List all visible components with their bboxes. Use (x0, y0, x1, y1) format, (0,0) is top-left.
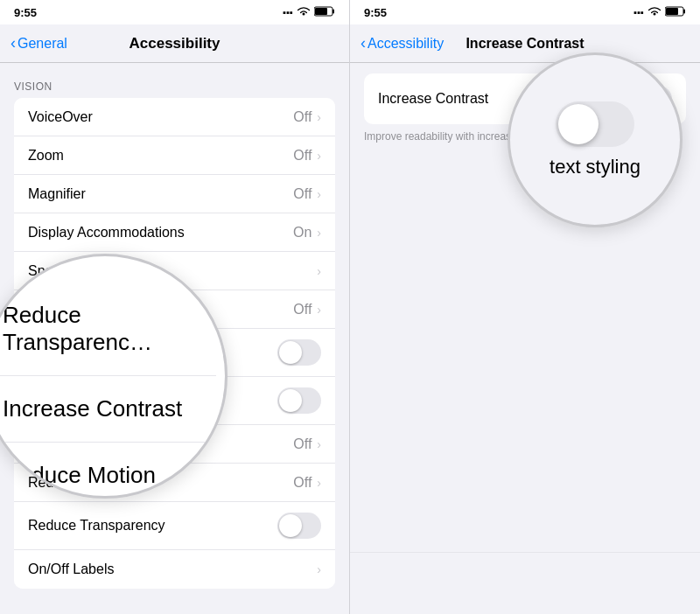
mag-reduce-transparency-text: Reduce Transparenc… (3, 302, 152, 355)
time-left: 9:55 (14, 6, 37, 19)
reduce-transparency-toggle-thumb (279, 514, 302, 537)
reduce-motion-chevron: › (317, 476, 321, 490)
display-accommodations-value: On (293, 225, 312, 241)
on-off-labels-chevron: › (317, 562, 321, 576)
zoom-value: Off (293, 148, 312, 164)
voiceover-label: VoiceOver (28, 109, 293, 125)
magnifier-toggle-area: text styling (550, 101, 640, 178)
back-button-right[interactable]: ‹ Accessibility (360, 34, 444, 52)
magnifier-circle-right: text styling (508, 52, 682, 227)
zoom-chevron: › (317, 149, 321, 163)
nav-title-right: Increase Contrast (466, 36, 584, 52)
button-shapes-toggle-thumb (279, 389, 302, 412)
status-bar-left: 9:55 ▪▪▪ (0, 0, 349, 24)
on-off-labels-label: On/Off Labels (28, 562, 317, 577)
battery-icon-right (665, 6, 686, 18)
on-off-labels-row[interactable]: On/Off Labels › (14, 550, 335, 589)
larger-text-chevron: › (317, 303, 321, 317)
separator-right (350, 552, 700, 553)
svg-rect-4 (683, 10, 685, 14)
display-accommodations-chevron: › (317, 226, 321, 240)
back-button-left[interactable]: ‹ General (10, 34, 67, 52)
increase-contrast-value-left: Off (293, 436, 312, 452)
mag-reduce-motion-text: Reduce Motion (3, 462, 156, 488)
reduce-motion-value: Off (293, 475, 312, 491)
reduce-transparency-label: Reduce Transparency (28, 518, 277, 534)
larger-text-value: Off (293, 302, 312, 317)
mag-row-reduce-transparency: Reduce Transparenc… (0, 283, 216, 376)
mag-row-increase-contrast: Increase Contrast (0, 376, 216, 443)
button-shapes-toggle[interactable] (277, 387, 321, 414)
signal-icon: ▪▪▪ (283, 7, 293, 17)
mag-increase-contrast-text: Increase Contrast (3, 395, 182, 422)
magnifier-value: Off (293, 186, 312, 202)
reduce-transparency-toggle[interactable] (277, 513, 321, 539)
mag-row-reduce-motion: Reduce Motion (0, 443, 216, 499)
nav-bar-left: ‹ General Accessibility (0, 24, 349, 63)
bold-text-toggle-thumb (279, 341, 302, 364)
zoom-label: Zoom (28, 148, 293, 164)
bold-text-toggle[interactable] (277, 339, 321, 366)
nav-title-left: Accessibility (130, 35, 220, 52)
magnifier-circle-left: Reduce Transparenc… Increase Contrast Re… (0, 254, 228, 499)
magnifier-label: Magnifier (28, 186, 293, 202)
wifi-icon (297, 6, 311, 18)
voiceover-value: Off (293, 109, 312, 125)
interaction-section-header: INTERACTION (0, 606, 349, 614)
status-icons-right: ▪▪▪ (634, 6, 686, 18)
nav-bar-right: ‹ Accessibility Increase Contrast (350, 24, 700, 63)
right-phone: 9:55 ▪▪▪ ‹ Accessibility Increase Contra… (350, 0, 700, 614)
speech-chevron: › (317, 264, 321, 278)
voiceover-chevron: › (317, 110, 321, 124)
back-label-left[interactable]: General (18, 36, 67, 52)
display-accommodations-label: Display Accommodations (28, 225, 293, 241)
back-label-right[interactable]: Accessibility (368, 36, 444, 52)
battery-icon (314, 6, 335, 18)
reduce-transparency-row[interactable]: Reduce Transparency (14, 502, 335, 550)
svg-rect-1 (332, 10, 334, 14)
back-chevron-icon: ‹ (10, 34, 16, 52)
increase-contrast-chevron-left: › (317, 437, 321, 451)
voiceover-row[interactable]: VoiceOver Off › (14, 98, 335, 136)
text-styling-label: text styling (550, 156, 640, 178)
vision-section-header: VISION (0, 63, 349, 98)
status-bar-right: 9:55 ▪▪▪ (350, 0, 700, 24)
status-icons-left: ▪▪▪ (283, 6, 335, 18)
svg-rect-2 (315, 8, 327, 15)
wifi-icon-right (648, 6, 662, 18)
time-right: 9:55 (364, 6, 387, 19)
magnifier-content-left: Reduce Transparenc… Increase Contrast Re… (0, 283, 216, 499)
svg-rect-5 (666, 8, 678, 15)
display-accommodations-row[interactable]: Display Accommodations On › (14, 213, 335, 252)
toggle-large (556, 101, 634, 147)
back-chevron-icon-right: ‹ (360, 34, 366, 52)
magnifier-chevron: › (317, 187, 321, 201)
magnifier-row[interactable]: Magnifier Off › (14, 175, 335, 213)
left-phone: 9:55 ▪▪▪ ‹ General Accessibility VISION … (0, 0, 350, 614)
zoom-row[interactable]: Zoom Off › (14, 136, 335, 175)
toggle-large-thumb (558, 104, 598, 144)
signal-icon-right: ▪▪▪ (634, 7, 644, 17)
